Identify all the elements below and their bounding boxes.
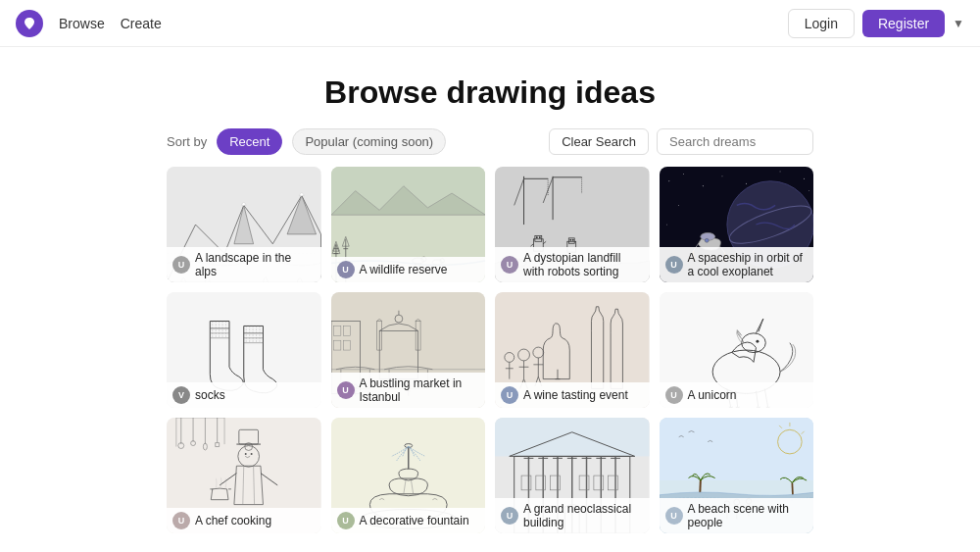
card-label: UA wine tasting event bbox=[495, 382, 650, 408]
card-label-text: A unicorn bbox=[688, 388, 737, 402]
filter-popular[interactable]: Popular (coming soon) bbox=[292, 128, 446, 155]
card-item[interactable]: UA decorative fountain bbox=[331, 418, 486, 533]
card-item[interactable]: UA beach scene with people bbox=[660, 418, 814, 533]
card-label-text: A chef cooking bbox=[195, 514, 271, 527]
search-input[interactable] bbox=[657, 128, 813, 155]
nav-browse[interactable]: Browse bbox=[59, 16, 105, 31]
svg-point-44 bbox=[702, 185, 703, 186]
filter-recent[interactable]: Recent bbox=[217, 128, 282, 155]
svg-point-132 bbox=[251, 453, 253, 455]
nav-left: Browse Create bbox=[16, 10, 162, 37]
svg-point-36 bbox=[569, 239, 571, 241]
svg-point-31 bbox=[539, 236, 541, 238]
avatar: U bbox=[665, 386, 683, 404]
sort-label: Sort by bbox=[167, 134, 207, 149]
svg-point-30 bbox=[536, 236, 538, 238]
avatar: U bbox=[501, 256, 518, 274]
avatar: U bbox=[172, 256, 190, 274]
svg-point-43 bbox=[683, 174, 684, 175]
svg-rect-171 bbox=[660, 418, 814, 480]
card-label: UA dystopian landfill with robots sortin… bbox=[495, 247, 650, 282]
card-label: UA bustling market in Istanbul bbox=[331, 373, 486, 408]
card-label: UA spaceship in orbit of a cool exoplane… bbox=[660, 247, 814, 282]
nav-right: Login Register ▼ bbox=[788, 9, 964, 38]
card-label: UA decorative fountain bbox=[331, 508, 486, 533]
card-label-text: A bustling market in Istanbul bbox=[360, 376, 478, 404]
svg-rect-146 bbox=[495, 418, 650, 456]
svg-point-53 bbox=[666, 225, 667, 226]
register-button[interactable]: Register bbox=[862, 10, 945, 37]
avatar: U bbox=[501, 507, 518, 525]
card-item[interactable]: UA bustling market in Istanbul bbox=[331, 292, 486, 408]
card-item[interactable]: Vsocks bbox=[167, 292, 321, 408]
card-label: UA wildlife reserve bbox=[331, 257, 486, 282]
svg-point-131 bbox=[245, 453, 247, 455]
card-label: UA beach scene with people bbox=[660, 498, 814, 533]
card-label: UA landscape in the alps bbox=[167, 247, 321, 282]
filters-right: Clear Search bbox=[549, 128, 813, 155]
card-label: UA unicorn bbox=[660, 382, 814, 408]
svg-point-45 bbox=[721, 176, 722, 176]
card-item[interactable]: UA unicorn bbox=[660, 292, 814, 408]
avatar: U bbox=[665, 256, 683, 274]
svg-point-37 bbox=[572, 239, 574, 241]
avatar: U bbox=[337, 381, 355, 399]
filters-bar: Sort by Recent Popular (coming soon) Cle… bbox=[0, 128, 980, 167]
card-item[interactable]: UA landscape in the alps bbox=[167, 167, 321, 282]
card-label-text: A grand neoclassical building bbox=[523, 502, 642, 529]
card-label-text: socks bbox=[195, 388, 225, 402]
svg-point-48 bbox=[804, 178, 805, 179]
card-label-text: A beach scene with people bbox=[688, 502, 807, 529]
card-item[interactable]: UA dystopian landfill with robots sortin… bbox=[495, 167, 650, 282]
avatar: V bbox=[172, 386, 190, 404]
navbar: Browse Create Login Register ▼ bbox=[0, 0, 980, 47]
app-logo[interactable] bbox=[16, 10, 43, 37]
nav-create[interactable]: Create bbox=[121, 16, 162, 31]
page-title: Browse drawing ideas bbox=[0, 75, 980, 111]
card-label: UA grand neoclassical building bbox=[495, 498, 650, 533]
svg-point-111 bbox=[756, 340, 759, 343]
svg-point-47 bbox=[779, 172, 780, 173]
card-label-text: A spaceship in orbit of a cool exoplanet bbox=[688, 251, 807, 278]
filters-left: Sort by Recent Popular (coming soon) bbox=[167, 128, 446, 155]
clear-search-button[interactable]: Clear Search bbox=[549, 128, 649, 155]
card-label-text: A dystopian landfill with robots sorting bbox=[523, 251, 642, 278]
avatar: U bbox=[337, 261, 355, 278]
card-label-text: A decorative fountain bbox=[360, 514, 469, 527]
svg-point-57 bbox=[705, 238, 709, 242]
user-menu-chevron[interactable]: ▼ bbox=[953, 17, 964, 30]
svg-point-46 bbox=[746, 183, 747, 184]
card-item[interactable]: UA spaceship in orbit of a cool exoplane… bbox=[660, 167, 814, 282]
avatar: U bbox=[337, 512, 355, 529]
avatar: U bbox=[172, 512, 190, 529]
card-label-text: A landscape in the alps bbox=[195, 251, 314, 278]
svg-point-49 bbox=[808, 190, 809, 191]
avatar: U bbox=[665, 507, 683, 525]
card-label-text: A wine tasting event bbox=[523, 388, 628, 402]
card-label: UA chef cooking bbox=[167, 508, 321, 533]
card-item[interactable]: UA chef cooking bbox=[167, 418, 321, 533]
card-item[interactable]: UA wildlife reserve bbox=[331, 167, 486, 282]
svg-point-42 bbox=[668, 180, 669, 181]
svg-point-51 bbox=[678, 205, 679, 206]
card-item[interactable]: UA grand neoclassical building bbox=[495, 418, 650, 533]
card-item[interactable]: UA wine tasting event bbox=[495, 292, 650, 408]
cards-grid: UA landscape in the alps UA wildlife res… bbox=[0, 167, 980, 552]
avatar: U bbox=[501, 386, 518, 404]
login-button[interactable]: Login bbox=[788, 9, 855, 38]
card-label: Vsocks bbox=[167, 382, 321, 408]
card-label-text: A wildlife reserve bbox=[360, 263, 448, 276]
logo-icon bbox=[22, 16, 37, 31]
page-header: Browse drawing ideas bbox=[0, 47, 980, 128]
